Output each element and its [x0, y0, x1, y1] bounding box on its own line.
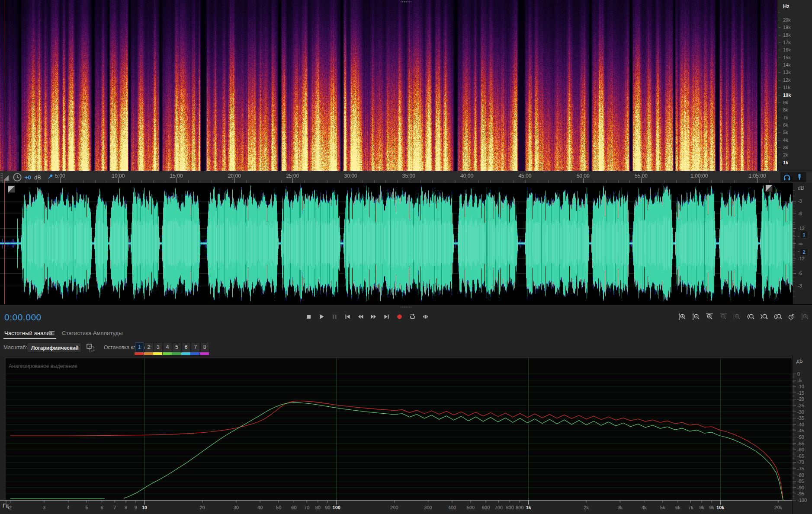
timeline-tick-label: 45:00 [511, 173, 539, 179]
zoom-to-in-point-button[interactable] [745, 312, 756, 321]
headphones-icon[interactable] [783, 174, 791, 181]
svg-text:4k: 4k [642, 505, 647, 510]
frame-hold-button-3[interactable]: 3 [154, 342, 163, 352]
hz-tick-label: 17k [783, 40, 791, 45]
timeline-tick-label: 40:00 [453, 173, 481, 179]
timeline-tick-label: 10:00 [104, 173, 132, 179]
svg-text:-85: -85 [797, 479, 804, 484]
copy-data-icon[interactable] [86, 343, 95, 352]
db-tick-label: -6 [798, 211, 802, 216]
skip-selection-button[interactable] [420, 313, 430, 320]
chart-y-unit: дБ [796, 358, 803, 364]
skip-to-start-button[interactable] [343, 313, 352, 320]
svg-text:-90: -90 [797, 485, 804, 490]
tab-frequency-analysis[interactable]: Частотный анализ [4, 330, 52, 336]
fast-forward-button[interactable] [369, 313, 378, 320]
hz-tick-label: 12k [783, 77, 791, 83]
zoom-to-out-point-button[interactable] [759, 312, 769, 321]
timeline-ruler[interactable]: +0 dB 5:0010:0015:0020:0025:0030:0035:00… [0, 171, 812, 183]
zoom-out-full-button[interactable] [732, 312, 742, 321]
chevron-down-icon [74, 347, 78, 349]
svg-text:20k: 20k [774, 505, 782, 510]
svg-text:70: 70 [304, 505, 309, 510]
skip-to-end-button[interactable] [382, 313, 391, 320]
waveform-display[interactable] [0, 183, 793, 304]
panel-drag-handle[interactable] [400, 306, 411, 308]
hz-tick-label: 3k [783, 145, 788, 150]
frame-hold-button-1[interactable]: 1 [135, 342, 144, 352]
svg-text:50: 50 [276, 505, 281, 510]
frequency-ruler[interactable]: Hz 20k19k18k17k16k15k14k13k12k11k10k9k8k… [777, 0, 812, 171]
svg-text:2k: 2k [584, 505, 589, 510]
amplitude-ruler[interactable]: dB -3-6-12-18-∞-18-12-6-3 [793, 183, 812, 304]
time-display[interactable]: 0:00.000 [4, 312, 42, 322]
frame-hold-button-4[interactable]: 4 [163, 342, 172, 352]
svg-text:1k: 1k [526, 505, 531, 510]
scale-dropdown-value: Логарифмический [31, 345, 79, 351]
svg-text:400: 400 [448, 505, 456, 510]
svg-text:900: 900 [516, 505, 523, 510]
hz-tick-label: 9k [783, 100, 788, 105]
frequency-analysis-plot[interactable]: 2345678910203040506070809010020030040050… [0, 355, 812, 514]
hz-tick-label: 7k [783, 115, 788, 120]
svg-text:-15: -15 [797, 390, 804, 396]
spectrogram-playhead[interactable] [5, 0, 5, 171]
svg-text:-60: -60 [797, 447, 804, 452]
zoom-vertical-selection-button[interactable] [800, 312, 810, 321]
timeline-tick-label: 50:00 [569, 173, 597, 179]
frame-hold-color-2 [144, 352, 153, 355]
zoom-out-horizontal-button[interactable] [718, 312, 729, 321]
frame-hold-button-7[interactable]: 7 [191, 342, 200, 352]
tab-amplitude-statistics[interactable]: Статистика Амплитуды [62, 330, 122, 336]
hz-tick-label: 5k [783, 130, 788, 135]
frame-hold-button-5[interactable]: 5 [172, 342, 181, 352]
panel-drag-handle[interactable] [400, 1, 411, 3]
channel-2-badge[interactable]: 2 [800, 248, 808, 256]
svg-text:-5: -5 [797, 378, 802, 383]
zoom-out-vertical-button[interactable] [691, 312, 701, 321]
spectrogram-display[interactable] [0, 0, 777, 171]
svg-text:-20: -20 [797, 396, 804, 402]
panel-menu-icon[interactable] [49, 331, 55, 335]
amplitude-ruler-unit: dB [798, 185, 804, 191]
frame-hold-button-6[interactable]: 6 [182, 342, 191, 352]
pin-icon[interactable] [796, 173, 803, 181]
channel-1-badge[interactable]: 1 [800, 231, 808, 239]
hz-tick-label: 13k [783, 70, 791, 75]
zoom-in-vertical-button[interactable] [677, 312, 687, 321]
frame-hold-button-2[interactable]: 2 [144, 342, 154, 352]
timeline-tick-label: 5:00 [46, 173, 74, 179]
record-button[interactable] [395, 313, 404, 320]
svg-text:10k: 10k [716, 505, 725, 510]
pause-button[interactable] [330, 313, 339, 320]
frame-hold-button-8[interactable]: 8 [200, 342, 209, 352]
corner-grabber-icon[interactable] [8, 185, 15, 193]
analysis-controls: Масштаб: Логарифмический Остановка кадра… [0, 340, 812, 355]
svg-text:100: 100 [333, 505, 340, 510]
audition-window: Hz 20k19k18k17k16k15k14k13k12k11k10k9k8k… [0, 0, 812, 514]
hz-tick-label: 2k [783, 152, 788, 157]
svg-text:3k: 3k [617, 505, 623, 510]
svg-text:10: 10 [142, 505, 147, 510]
gain-value[interactable]: +0 [25, 174, 31, 181]
svg-text:700: 700 [495, 505, 503, 510]
timeline-tick-label: 30:00 [337, 173, 365, 179]
loop-playback-button[interactable] [408, 313, 417, 320]
svg-text:3: 3 [43, 505, 45, 510]
db-tick-label: -12 [798, 256, 805, 261]
corner-grabber-icon[interactable] [765, 185, 773, 192]
rewind-button[interactable] [356, 313, 365, 320]
stop-button[interactable] [304, 313, 313, 320]
svg-text:-55: -55 [797, 441, 804, 446]
refresh-button[interactable] [786, 312, 796, 321]
svg-text:-30: -30 [797, 409, 804, 415]
zoom-in-horizontal-button[interactable] [704, 312, 715, 321]
zoom-to-selection-button[interactable] [773, 312, 783, 321]
svg-text:30: 30 [234, 505, 239, 510]
playhead[interactable] [4, 179, 5, 304]
svg-text:7: 7 [113, 505, 116, 510]
scale-dropdown[interactable]: Логарифмический [27, 342, 81, 353]
play-button[interactable] [317, 313, 326, 320]
hz-tick-label: 8k [783, 107, 788, 112]
hz-tick-label: 16k [783, 47, 791, 52]
